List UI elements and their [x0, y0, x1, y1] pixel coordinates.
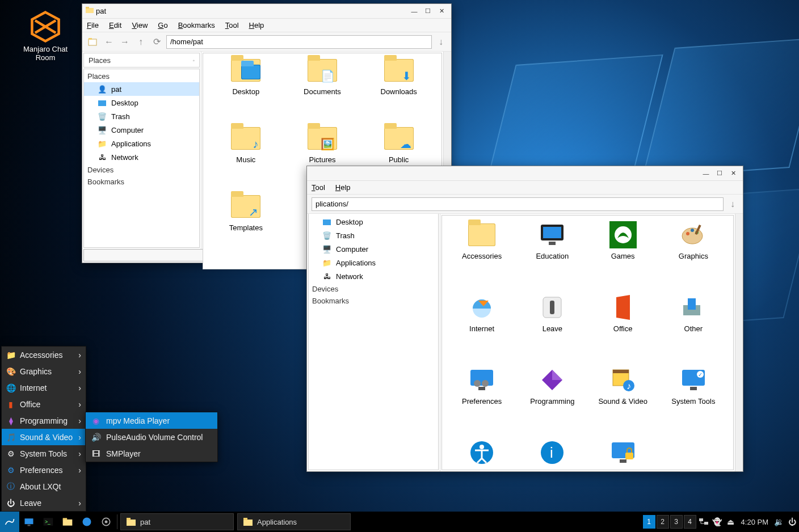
start-button[interactable] — [0, 512, 19, 532]
sidebar-cat-devices[interactable]: Devices — [309, 283, 438, 295]
applications-view[interactable]: Accessories Education Games Graphics Int… — [441, 215, 734, 470]
clock[interactable]: 4:20 PM — [738, 518, 772, 526]
menu-internet[interactable]: 🌐Internet› — [2, 379, 86, 396]
submenu-smplayer[interactable]: 🎞SMPlayer — [86, 445, 217, 462]
submenu-pulseaudio[interactable]: 🔊PulseAudio Volume Control — [86, 429, 217, 445]
sidebar-item-network[interactable]: 🖧Network — [84, 150, 199, 164]
sidebar-item-trash[interactable]: 🗑️Trash — [84, 109, 199, 123]
menu-help[interactable]: Help — [249, 21, 264, 29]
up-icon[interactable]: ↑ — [134, 36, 147, 48]
sidebar-item-pat[interactable]: 👤pat — [84, 82, 199, 96]
svg-point-27 — [474, 380, 481, 387]
minimize-button[interactable]: — — [408, 6, 420, 16]
sidebar-cat-places[interactable]: Places — [84, 70, 199, 82]
sidebar-cat-bookmarks[interactable]: Bookmarks — [84, 176, 199, 188]
app-games[interactable]: Games — [588, 221, 658, 294]
path-history-icon[interactable]: ↓ — [727, 199, 738, 209]
menu-graphics[interactable]: 🎨Graphics› — [2, 363, 86, 379]
menu-about-lxqt[interactable]: ⓘAbout LXQt — [2, 478, 86, 495]
menu-file[interactable]: File — [87, 21, 99, 29]
app-office[interactable]: Office — [588, 294, 658, 366]
launcher-files[interactable] — [58, 512, 77, 532]
app-preferences[interactable]: Preferences — [447, 366, 517, 439]
menu-bookmarks[interactable]: Bookmarks — [178, 21, 215, 29]
sidebar-header[interactable]: Places◦ — [83, 53, 200, 67]
close-button[interactable]: ✕ — [727, 168, 739, 179]
back-icon[interactable]: ← — [103, 36, 115, 48]
sidebar-item-applications[interactable]: 📁Applications — [309, 256, 438, 269]
folder-icon — [322, 217, 331, 226]
menu-system-tools[interactable]: ⚙System Tools› — [2, 445, 86, 462]
submenu-mpv[interactable]: ◉mpv Media Player — [86, 412, 217, 429]
menu-sound-video[interactable]: 🎵Sound & Video› — [2, 429, 86, 445]
app-leave[interactable]: Leave — [517, 294, 587, 366]
sidebar-cat-devices[interactable]: Devices — [84, 164, 199, 176]
sidebar-cat-bookmarks[interactable]: Bookmarks — [309, 295, 438, 307]
sidebar-item-desktop[interactable]: Desktop — [84, 96, 199, 109]
scrollbar[interactable] — [735, 214, 743, 471]
desktop-icon-manjaro-chat[interactable]: Manjaro Chat Room — [14, 10, 77, 62]
app-lock-screen[interactable]: Lock Screen — [588, 439, 658, 470]
launcher-browser[interactable] — [77, 512, 96, 532]
close-button[interactable]: ✕ — [435, 6, 448, 16]
menu-tool[interactable]: Tool — [225, 21, 239, 29]
menu-edit[interactable]: Edit — [109, 21, 121, 29]
sidebar-item-computer[interactable]: 🖥️Computer — [309, 242, 438, 256]
app-sound-video[interactable]: ♪Sound & Video — [588, 366, 658, 439]
tray-power-icon[interactable]: ⏻ — [785, 512, 799, 532]
new-tab-icon[interactable] — [87, 36, 99, 48]
titlebar[interactable]: pat — ☐ ✕ — [82, 4, 451, 19]
tray-removable-icon[interactable]: ⏏ — [724, 512, 738, 532]
tray-update-icon[interactable]: 👻 — [710, 512, 724, 532]
path-input[interactable] — [312, 197, 724, 211]
menu-office[interactable]: ▮Office› — [2, 396, 86, 412]
path-history-icon[interactable]: ↓ — [435, 37, 447, 47]
sidebar-item-computer[interactable]: 🖥️Computer — [84, 123, 199, 137]
app-universal-access[interactable]: Universal Access — [447, 439, 517, 470]
maximize-button[interactable]: ☐ — [713, 168, 726, 179]
menu-programming[interactable]: ⧫Programming› — [2, 412, 86, 429]
titlebar[interactable]: — ☐ ✕ — [307, 166, 743, 181]
menu-help[interactable]: Help — [335, 183, 351, 192]
folder-templates[interactable]: ↗Templates — [208, 195, 284, 263]
app-about-lxqt[interactable]: iAbout LXQt — [517, 439, 587, 470]
tray-network-icon[interactable] — [697, 512, 710, 532]
app-system-tools[interactable]: ✓System Tools — [658, 366, 729, 439]
workspace-1[interactable]: 1 — [643, 515, 655, 529]
workspace-4[interactable]: 4 — [684, 515, 696, 529]
sidebar-item-applications[interactable]: 📁Applications — [84, 137, 199, 150]
sidebar-item-desktop[interactable]: Desktop — [309, 215, 438, 229]
menu-view[interactable]: View — [132, 21, 148, 29]
app-graphics[interactable]: Graphics — [658, 221, 729, 294]
forward-icon[interactable]: → — [119, 36, 131, 48]
launcher-settings[interactable] — [96, 512, 116, 532]
folder-downloads[interactable]: ⬇Downloads — [360, 59, 437, 127]
workspace-3[interactable]: 3 — [670, 515, 683, 529]
sidebar-item-network[interactable]: 🖧Network — [309, 269, 438, 283]
app-accessories[interactable]: Accessories — [447, 221, 517, 294]
maximize-button[interactable]: ☐ — [422, 6, 434, 16]
task-button-pat[interactable]: pat — [120, 513, 234, 530]
app-other[interactable]: Other — [658, 294, 729, 366]
workspace-2[interactable]: 2 — [657, 515, 669, 529]
menu-preferences[interactable]: ⚙Preferences› — [2, 462, 86, 478]
reload-icon[interactable]: ⟳ — [150, 36, 163, 48]
folder-music[interactable]: ♪Music — [208, 127, 284, 195]
sidebar-item-trash[interactable]: 🗑️Trash — [309, 229, 438, 242]
menu-go[interactable]: Go — [158, 21, 167, 29]
minimize-button[interactable]: — — [700, 168, 712, 179]
folder-desktop[interactable]: Desktop — [208, 59, 284, 127]
menu-accessories[interactable]: 📁Accessories› — [2, 347, 86, 363]
menu-tool[interactable]: Tool — [312, 183, 325, 192]
app-programming[interactable]: Programming — [517, 366, 587, 439]
folder-documents[interactable]: 📄Documents — [284, 59, 361, 127]
app-internet[interactable]: Internet — [447, 294, 517, 366]
show-desktop-button[interactable] — [19, 512, 39, 532]
menu-leave[interactable]: ⏻Leave› — [2, 495, 86, 511]
folder-icon — [243, 518, 253, 526]
tray-volume-icon[interactable]: 🔉 — [772, 512, 785, 532]
app-education[interactable]: Education — [517, 221, 587, 294]
launcher-terminal[interactable]: >_ — [39, 512, 58, 532]
path-input[interactable] — [166, 35, 432, 49]
task-button-applications[interactable]: Applications — [237, 513, 351, 530]
